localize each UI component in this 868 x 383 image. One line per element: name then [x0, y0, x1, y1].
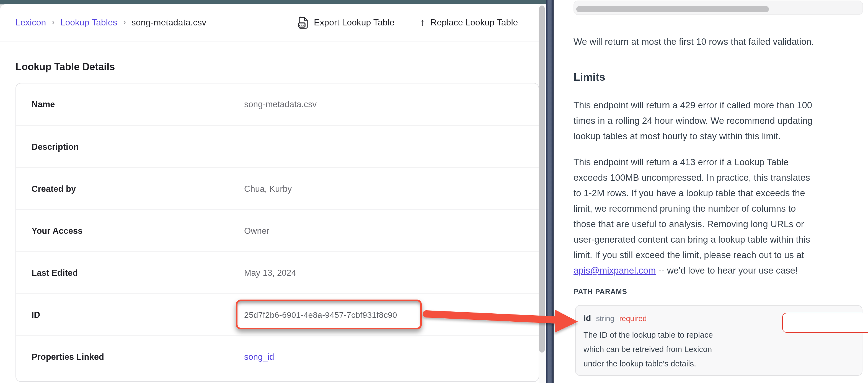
paragraph-line: user-generated content can bring a looku…: [574, 232, 810, 247]
paragraph-line: those that are useful to analysis. Remov…: [574, 216, 810, 232]
detail-row-last-edited: Last Edited May 13, 2024: [16, 251, 538, 293]
lookup-table-details-card: Name song-metadata.csv Description Creat…: [16, 83, 539, 382]
vertical-scrollbar-thumb[interactable]: [539, 5, 545, 353]
limits-heading: Limits: [574, 71, 605, 83]
row-label: Properties Linked: [32, 352, 244, 362]
up-arrow-icon: ↑: [420, 16, 425, 28]
replace-button-label: Replace Lookup Table: [430, 18, 518, 27]
param-name: id: [584, 313, 591, 323]
row-label: ID: [32, 310, 244, 320]
lookup-table-id-value: 25d7f2b6-6901-4e8a-9457-7cbf931f8c90: [244, 310, 397, 319]
param-required-badge: required: [619, 314, 647, 323]
paragraph-line: apis@mixpanel.com -- we'd love to hear y…: [574, 263, 810, 278]
paragraph-line: under the lookup table's details.: [584, 356, 755, 371]
screenshot-root: Lexicon › Lookup Tables › song-metadata.…: [0, 0, 868, 383]
song-id-property-link[interactable]: song_id: [244, 352, 274, 362]
limits-paragraph-1: This endpoint will return a 429 error if…: [574, 97, 812, 144]
export-lookup-table-button[interactable]: csv Export Lookup Table: [298, 16, 395, 29]
paragraph-line: This endpoint will return a 413 error if…: [574, 154, 810, 170]
row-value: Owner: [244, 226, 269, 236]
detail-row-description: Description: [16, 126, 538, 168]
lexicon-window: Lexicon › Lookup Tables › song-metadata.…: [0, 4, 546, 383]
row-label: Your Access: [32, 226, 244, 236]
detail-row-name: Name song-metadata.csv: [16, 83, 538, 126]
param-header: id string required: [584, 313, 647, 323]
horizontal-scrollbar-thumb[interactable]: [576, 6, 769, 12]
paragraph-line: lookup tables at most hourly to stay wit…: [574, 128, 812, 144]
page-title: Lookup Table Details: [16, 61, 115, 73]
paragraph-line: times in a rolling 24 hour window. We re…: [574, 113, 812, 128]
export-button-label: Export Lookup Table: [314, 18, 395, 27]
svg-text:csv: csv: [299, 23, 304, 27]
detail-row-properties-linked: Properties Linked song_id: [16, 336, 538, 378]
row-value: Chua, Kurby: [244, 184, 292, 194]
breadcrumb-current-file: song-metadata.csv: [131, 18, 206, 27]
paragraph-line: limit. If you still exceed the limit, pl…: [574, 247, 810, 263]
path-params-heading: PATH PARAMS: [574, 287, 627, 296]
row-label: Description: [32, 142, 244, 152]
replace-lookup-table-button[interactable]: ↑ Replace Lookup Table: [420, 16, 518, 28]
limits-paragraph-2: This endpoint will return a 413 error if…: [574, 154, 810, 278]
breadcrumb: Lexicon › Lookup Tables › song-metadata.…: [16, 18, 206, 27]
docs-panel: We will return at most the first 10 rows…: [554, 0, 868, 383]
breadcrumb-link-lookup-tables[interactable]: Lookup Tables: [60, 18, 117, 27]
paragraph-line: exceeds 100MB uncompressed. In practice,…: [574, 170, 810, 185]
row-label: Name: [32, 100, 244, 109]
row-label: Last Edited: [32, 268, 244, 278]
row-label: Created by: [32, 184, 244, 194]
row-value: song-metadata.csv: [244, 100, 317, 109]
toolbar: csv Export Lookup Table ↑ Replace Lookup…: [298, 4, 518, 41]
chevron-right-icon: ›: [123, 17, 126, 27]
detail-row-created-by: Created by Chua, Kurby: [16, 168, 538, 209]
breadcrumb-link-lexicon[interactable]: Lexicon: [16, 18, 46, 27]
docs-intro-line: We will return at most the first 10 rows…: [574, 36, 814, 47]
csv-file-icon: csv: [298, 16, 308, 29]
detail-row-id: ID 25d7f2b6-6901-4e8a-9457-7cbf931f8c90: [16, 293, 538, 336]
chevron-right-icon: ›: [52, 17, 55, 27]
param-description: The ID of the lookup table to replace wh…: [584, 328, 755, 371]
paragraph-line: which can be retreived from Lexicon: [584, 342, 755, 356]
id-param-input[interactable]: [782, 313, 868, 333]
paragraph-line: The ID of the lookup table to replace: [584, 328, 755, 342]
paragraph-line: to 1-2M rows. If you have a lookup table…: [574, 185, 810, 201]
paragraph-line: limit, we recommend pruning the number o…: [574, 201, 810, 216]
id-param-card: id string required The ID of the lookup …: [575, 305, 863, 376]
window-edge-divider: [546, 0, 554, 383]
paragraph-tail: -- we'd love to hear your use case!: [656, 265, 798, 275]
red-highlight-annotation: 25d7f2b6-6901-4e8a-9457-7cbf931f8c90: [236, 300, 422, 329]
detail-row-your-access: Your Access Owner: [16, 209, 538, 251]
mixpanel-email-link[interactable]: apis@mixpanel.com: [574, 265, 656, 275]
param-type: string: [596, 314, 615, 323]
app-header: Lexicon › Lookup Tables › song-metadata.…: [0, 4, 546, 41]
paragraph-line: This endpoint will return a 429 error if…: [574, 97, 812, 113]
row-value: May 13, 2024: [244, 268, 296, 278]
